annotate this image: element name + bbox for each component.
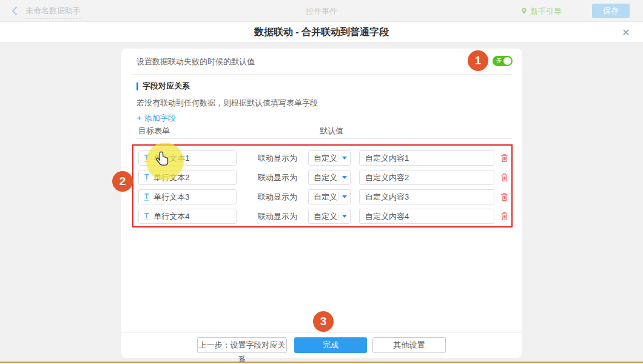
dialog-header: 数据联动 - 合并联动到普通字段 × <box>0 22 643 42</box>
section-marker-bar <box>136 83 138 90</box>
text-field-icon: T <box>144 212 149 220</box>
toggle-on-label: 开 <box>496 58 502 64</box>
caret-down-icon <box>338 153 350 163</box>
plus-icon: + <box>136 112 142 123</box>
column-header-target-form: 目标表单 <box>138 126 170 136</box>
dialog-title: 数据联动 - 合并联动到普通字段 <box>0 22 643 42</box>
display-mode-select[interactable]: 自定义 <box>308 209 351 224</box>
dialog-content: 设置数据联动失败的时候的默认值 1 开 字段对应关系 若没有联动到任何数据，则根… <box>0 42 643 362</box>
default-value-input[interactable]: 自定义内容3 <box>359 189 494 204</box>
column-header-default-value: 默认值 <box>320 126 343 136</box>
caret-down-icon <box>338 192 350 201</box>
guide-label: 新手引导 <box>530 6 562 17</box>
finish-button[interactable]: 完成 <box>294 337 367 353</box>
target-field-value: 单行文本3 <box>153 192 189 203</box>
default-value-text: 自定义内容2 <box>365 172 409 183</box>
delete-row-icon[interactable] <box>499 172 510 183</box>
annotation-badge-3: 3 <box>313 311 334 332</box>
field-mapping-row: T 单行文本2 联动显示为 自定义 自定义内容2 <box>138 170 511 185</box>
relation-label: 联动显示为 <box>258 172 297 183</box>
add-field-label: 添加字段 <box>144 113 176 123</box>
relation-label: 联动显示为 <box>258 192 297 203</box>
default-value-input[interactable]: 自定义内容2 <box>359 170 494 185</box>
text-field-icon: T <box>144 174 149 181</box>
default-value-text: 自定义内容1 <box>365 153 409 164</box>
delete-row-icon[interactable] <box>499 153 510 163</box>
save-button[interactable]: 保存 <box>592 4 630 18</box>
display-mode-select[interactable]: 自定义 <box>308 170 351 185</box>
field-mapping-row: T 单行文本3 联动显示为 自定义 自定义内容3 <box>138 189 511 204</box>
settings-panel: 设置数据联动失败的时候的默认值 1 开 字段对应关系 若没有联动到任何数据，则根… <box>121 49 522 358</box>
default-value-text: 自定义内容3 <box>365 192 409 203</box>
location-pin-icon <box>520 7 528 17</box>
target-field-input[interactable]: T 单行文本3 <box>138 189 237 204</box>
other-settings-button[interactable]: 其他设置 <box>372 337 446 353</box>
selected-mode: 自定义 <box>309 153 338 164</box>
toggle-knob <box>503 57 511 65</box>
default-value-input[interactable]: 自定义内容4 <box>359 209 494 224</box>
section-title-text: 字段对应关系 <box>143 81 190 92</box>
screen: 未命名数据助手 控件事件 新手引导 保存 数据联动 - 合并联动到普通字段 × … <box>0 0 643 364</box>
section-description: 若没有联动到任何数据，则根据默认值填写表单字段 <box>136 98 318 109</box>
display-mode-select[interactable]: 自定义 <box>308 150 351 166</box>
field-mapping-row: T 单行文本1 联动显示为 自定义 自定义内容1 <box>138 150 511 166</box>
beginner-guide-link[interactable]: 新手引导 <box>520 6 562 17</box>
display-mode-select[interactable]: 自定义 <box>308 189 351 204</box>
selected-mode: 自定义 <box>309 192 338 203</box>
caret-down-icon <box>338 173 350 182</box>
selected-mode: 自定义 <box>309 211 338 222</box>
field-mapping-row: T 单行文本4 联动显示为 自定义 自定义内容4 <box>138 209 511 224</box>
footer-divider <box>121 332 522 333</box>
delete-row-icon[interactable] <box>499 192 510 202</box>
section-title: 字段对应关系 <box>136 81 190 92</box>
separator <box>131 74 512 75</box>
target-field-value: 单行文本4 <box>153 211 189 222</box>
relation-label: 联动显示为 <box>258 153 297 164</box>
delete-row-icon[interactable] <box>499 211 510 221</box>
default-value-text: 自定义内容4 <box>365 211 409 222</box>
text-field-icon: T <box>144 193 149 201</box>
caret-down-icon <box>338 212 350 221</box>
previous-step-button[interactable]: 上一步：设置字段对应关系 <box>197 337 287 353</box>
annotation-badge-1: 1 <box>468 50 488 71</box>
default-value-input[interactable]: 自定义内容1 <box>359 150 494 166</box>
default-setting-toggle[interactable]: 开 <box>493 56 513 66</box>
header-divider <box>136 138 512 139</box>
add-field-link[interactable]: +添加字段 <box>136 112 176 124</box>
close-icon[interactable]: × <box>622 24 630 40</box>
topbar: 未命名数据助手 控件事件 新手引导 保存 <box>0 0 643 22</box>
hand-cursor-icon <box>154 150 171 167</box>
annotation-badge-2: 2 <box>112 171 133 192</box>
field-mapping-group: T 单行文本1 联动显示为 自定义 自定义内容1 <box>132 144 513 228</box>
relation-label: 联动显示为 <box>258 211 297 222</box>
target-field-input[interactable]: T 单行文本4 <box>138 209 237 224</box>
selected-mode: 自定义 <box>309 172 338 183</box>
default-setting-label: 设置数据联动失败的时候的默认值 <box>136 56 255 67</box>
